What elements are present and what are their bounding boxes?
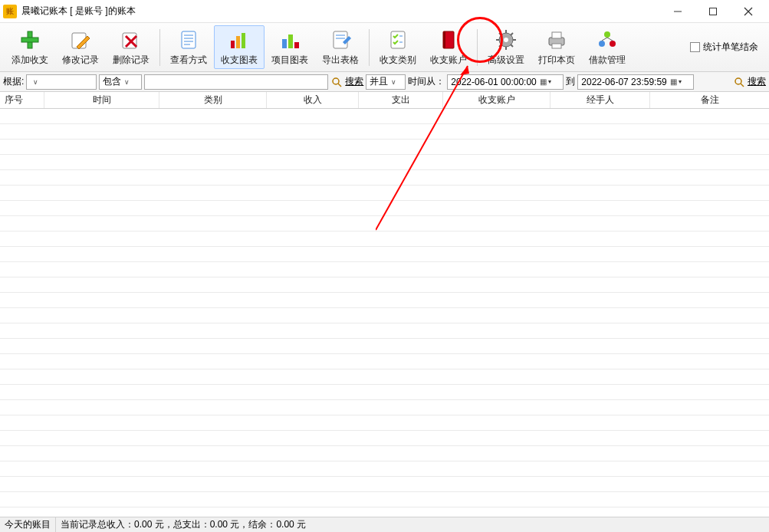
svg-rect-40 (552, 32, 561, 38)
search-text-input[interactable] (144, 74, 328, 90)
svg-line-46 (607, 38, 613, 41)
svg-rect-24 (391, 31, 405, 48)
calendar-icon: ▦ (540, 77, 547, 86)
chevron-down-icon: ▾ (548, 78, 551, 85)
edit-button[interactable]: 修改记录 (55, 25, 106, 69)
category-button[interactable]: 收支类别 (373, 25, 423, 69)
table-row (0, 186, 769, 201)
table-row (0, 492, 769, 507)
checkbox-icon (690, 42, 700, 52)
col-index[interactable]: 序号 (0, 92, 44, 108)
delete-icon (119, 28, 143, 52)
col-expense[interactable]: 支出 (359, 92, 443, 108)
loan-button[interactable]: 借款管理 (582, 25, 633, 69)
status-bar: 今天的账目 当前记录总收入：0.00 元，总支出：0.00 元，结余：0.00 … (0, 517, 769, 532)
account-button[interactable]: 收支账户 (423, 25, 474, 69)
table-row (0, 323, 769, 339)
search-button-2[interactable]: 搜索 (748, 75, 766, 88)
time-from-label: 时间从： (408, 75, 445, 88)
svg-rect-17 (242, 33, 245, 48)
basis-select[interactable]: ∨ (26, 74, 97, 90)
contain-select[interactable]: 包含∨ (99, 74, 142, 90)
chevron-down-icon: ∨ (33, 78, 38, 86)
status-summary: 当前记录总收入：0.00 元，总支出：0.00 元，结余：0.00 元 (56, 517, 769, 532)
search-button-1[interactable]: 搜索 (345, 75, 363, 88)
magnifier-icon (330, 76, 343, 88)
add-button[interactable]: 添加收支 (5, 25, 55, 69)
svg-line-35 (499, 33, 501, 35)
minimize-button[interactable] (660, 0, 695, 23)
table-row (0, 109, 769, 124)
table-row (0, 201, 769, 216)
table-row (0, 247, 769, 262)
table-row (0, 170, 769, 186)
svg-point-49 (735, 78, 741, 84)
status-today: 今天的账目 (0, 517, 56, 532)
table-row (0, 308, 769, 323)
delete-button[interactable]: 删除记录 (106, 25, 156, 69)
svg-line-36 (511, 44, 513, 47)
table-body[interactable] (0, 109, 769, 517)
svg-rect-5 (21, 38, 38, 42)
close-button[interactable] (731, 0, 766, 23)
table-row (0, 446, 769, 461)
svg-point-43 (599, 41, 605, 47)
svg-rect-28 (443, 31, 445, 48)
table-row (0, 339, 769, 354)
magnifier-icon (733, 76, 745, 88)
maximize-button[interactable] (695, 0, 731, 23)
table-row (0, 277, 769, 293)
document-icon (176, 28, 201, 52)
bar-chart-3d-icon (278, 28, 302, 52)
svg-rect-10 (182, 31, 196, 48)
date-to-input[interactable]: 2022-06-07 23:59:59▦▾ (577, 74, 694, 90)
window-title: 晨曦记账本 [ 是账号 ]的账本 (21, 5, 136, 18)
print-button[interactable]: 打印本页 (531, 25, 582, 69)
col-income[interactable]: 收入 (267, 92, 359, 108)
col-remark[interactable]: 备注 (650, 92, 769, 108)
table-row (0, 354, 769, 369)
titlebar: 账 晨曦记账本 [ 是账号 ]的账本 (0, 0, 769, 23)
svg-rect-41 (552, 44, 561, 48)
to-label: 到 (566, 75, 575, 88)
date-from-input[interactable]: 2022-06-01 00:00:00▦▾ (447, 74, 564, 90)
gear-icon (494, 28, 518, 52)
svg-line-50 (741, 84, 744, 87)
people-icon (595, 28, 619, 52)
svg-rect-16 (236, 36, 240, 48)
col-account[interactable]: 收支账户 (443, 92, 550, 108)
svg-rect-20 (294, 42, 299, 48)
table-row (0, 431, 769, 446)
table-row (0, 415, 769, 431)
svg-line-37 (511, 33, 513, 35)
stat-checkbox[interactable]: 统计单笔结余 (690, 41, 758, 54)
view-mode-button[interactable]: 查看方式 (163, 25, 214, 69)
app-icon: 账 (3, 5, 17, 18)
table-row (0, 232, 769, 247)
book-icon (436, 28, 461, 52)
and-select[interactable]: 并且∨ (366, 74, 406, 90)
svg-point-44 (610, 41, 616, 47)
svg-rect-18 (282, 39, 287, 48)
svg-rect-15 (231, 41, 235, 48)
project-chart-button[interactable]: 项目图表 (265, 25, 315, 69)
svg-rect-1 (710, 8, 717, 15)
table-row (0, 461, 769, 477)
basis-label: 根据: (3, 75, 24, 88)
search-bar: 根据: ∨ 包含∨ 搜索 并且∨ 时间从： 2022-06-01 00:00:0… (0, 72, 769, 92)
col-handler[interactable]: 经手人 (550, 92, 650, 108)
svg-point-47 (333, 78, 339, 84)
income-chart-button[interactable]: 收支图表 (214, 25, 265, 69)
export-button[interactable]: 导出表格 (315, 25, 366, 69)
col-category[interactable]: 类别 (159, 92, 267, 108)
checklist-icon (386, 28, 410, 52)
advanced-settings-button[interactable]: 高级设置 (481, 25, 531, 69)
stat-checkbox-label: 统计单笔结余 (703, 41, 758, 54)
toolbar: 添加收支 修改记录 删除记录 查看方式 收支图表 项目图表 导出表格 收支类别 … (0, 23, 769, 72)
calendar-icon: ▦ (670, 77, 677, 86)
col-time[interactable]: 时间 (44, 92, 159, 108)
table-row (0, 477, 769, 492)
chevron-down-icon: ∨ (391, 78, 396, 86)
table-row (0, 124, 769, 140)
svg-line-38 (499, 44, 501, 47)
